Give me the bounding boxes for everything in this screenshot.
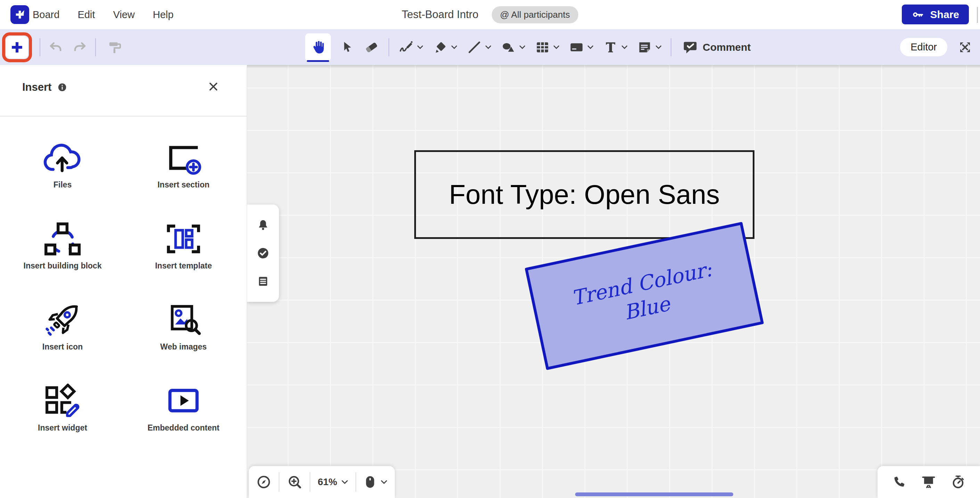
toolbar-divider [40,38,40,56]
insert-item-widget[interactable]: Insert widget [2,380,123,460]
insert-plus-button[interactable] [6,36,28,58]
chevron-down-icon [451,45,457,49]
chevron-down-icon [621,45,628,49]
canvas-text-box[interactable]: Font Type: Open Sans [414,150,754,239]
insert-item-label: Insert building block [24,261,102,271]
table-tool[interactable] [535,39,560,55]
zoom-level-value: 61% [318,476,337,488]
marker-tool[interactable] [432,39,457,55]
chevron-down-icon [417,45,423,49]
menu-help[interactable]: Help [153,9,174,21]
close-icon[interactable] [208,81,219,92]
chevron-down-icon [380,480,388,484]
canvas-sticky-note[interactable]: Trend Colour: Blue [525,222,764,370]
line-icon [466,39,482,55]
bell-icon[interactable] [256,219,270,231]
shapes-tool[interactable] [500,39,525,55]
insert-grid: Files Insert section Insert building blo… [0,117,247,460]
insert-item-label: Files [54,180,72,190]
board-title[interactable]: Test-Board Intro [402,8,479,21]
horizontal-scrollbar[interactable] [575,492,733,496]
fullscreen-icon[interactable] [958,40,972,54]
sticky-note-tool[interactable] [636,39,662,55]
chevron-down-icon [553,45,560,49]
image-search-icon [165,298,202,337]
insert-item-embedded[interactable]: Embedded content [123,380,244,460]
logo-plus-icon [14,8,26,21]
menubar-right-divider [977,7,978,23]
canvas-controls-bar: 61% [249,466,395,498]
side-toolbar [247,204,279,302]
eraser-icon[interactable] [363,39,380,55]
chevron-down-icon [485,45,492,49]
comment-button[interactable]: Comment [682,40,751,55]
insert-item-label: Insert section [158,180,210,190]
paint-roller-icon[interactable] [107,39,123,55]
app-logo[interactable] [10,5,29,24]
timer-icon[interactable] [950,474,966,490]
controls-divider [355,472,356,492]
insert-panel: Insert Files Insert section [0,65,247,498]
toolbar-divider [671,38,671,56]
collaboration-bar [878,466,980,498]
controls-divider [310,472,310,492]
insert-panel-header: Insert [0,65,247,117]
line-tool[interactable] [466,39,492,55]
comment-label: Comment [703,42,751,53]
menu-board[interactable]: Board [33,9,59,21]
cloud-upload-icon [42,136,83,175]
insert-item-section[interactable]: Insert section [123,136,244,217]
zoom-level-dropdown[interactable]: 61% [318,476,348,488]
insert-item-label: Insert template [155,261,212,271]
text-icon [603,39,619,55]
card-tool[interactable] [568,39,593,55]
zoom-in-icon[interactable] [287,474,302,490]
redo-icon[interactable] [72,39,88,55]
hand-tool-button[interactable] [305,34,331,61]
task-list-icon[interactable] [256,275,270,288]
chevron-down-icon [655,45,662,49]
text-tool[interactable] [603,39,628,55]
insert-item-template[interactable]: Insert template [123,217,244,298]
menu-items: Board Edit View Help [33,0,173,29]
editor-mode-button[interactable]: Editor [900,38,947,56]
scribble-pen-icon [398,39,414,55]
sticky-note-icon [636,39,653,55]
rocket-icon [44,298,81,337]
insert-item-building-block[interactable]: Insert building block [2,217,123,298]
widget-pencil-icon [44,380,81,418]
section-plus-icon [164,136,203,175]
insert-item-label: Insert icon [42,342,83,351]
board-canvas[interactable]: Font Type: Open Sans Trend Colour: Blue [247,65,980,498]
canvas-text: Font Type: Open Sans [449,179,720,211]
present-screen-icon[interactable] [921,474,936,490]
marker-icon [432,39,448,55]
insert-panel-title: Insert [22,81,51,94]
insert-item-web-images[interactable]: Web images [123,298,244,380]
menu-bar: Board Edit View Help Test-Board Intro @ … [0,0,980,29]
shapes-icon [500,39,516,55]
scribble-tool[interactable] [398,39,423,55]
select-cursor-icon[interactable] [340,40,355,54]
share-label: Share [930,9,959,21]
phone-icon[interactable] [892,475,906,489]
chevron-down-icon [341,480,348,484]
share-button[interactable]: Share [902,5,969,24]
board-title-area: Test-Board Intro @ All participants [402,0,578,29]
toolbar-right-group: Editor [900,29,972,65]
chevron-down-icon [519,45,525,49]
check-circle-icon[interactable] [256,247,270,260]
participants-badge[interactable]: @ All participants [492,6,578,23]
insert-item-files[interactable]: Files [2,136,123,217]
insert-item-icon[interactable]: Insert icon [2,298,123,380]
input-mode-dropdown[interactable] [364,475,388,489]
menu-view[interactable]: View [113,9,135,21]
undo-icon[interactable] [48,39,64,55]
template-icon [165,217,202,256]
menu-edit[interactable]: Edit [78,9,95,21]
insert-item-label: Embedded content [147,423,219,433]
info-icon[interactable] [57,82,67,93]
compass-icon[interactable] [256,474,271,490]
whiteboard-app: Board Edit View Help Test-Board Intro @ … [0,0,980,498]
toolbar: Comment Editor [0,29,980,65]
